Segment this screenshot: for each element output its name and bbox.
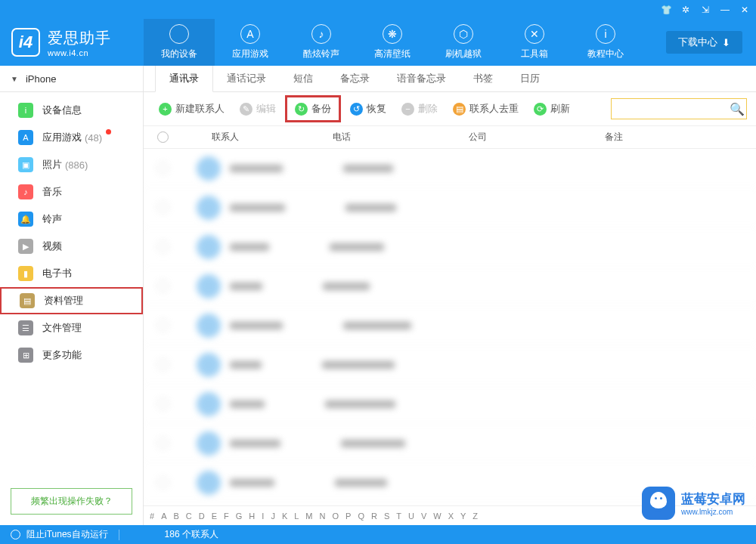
toolbar-icon: ▤ (453, 103, 466, 116)
device-selector[interactable]: ▼ iPhone (0, 66, 143, 92)
tab-语音备忘录[interactable]: 语音备忘录 (383, 66, 460, 91)
nav-icon: ♪ (311, 24, 331, 44)
sidebar-item-文件管理[interactable]: ☰文件管理 (0, 314, 143, 342)
close-icon[interactable]: ✕ (739, 5, 750, 15)
alpha-I[interactable]: I (262, 512, 264, 521)
toolbar-新建联系人[interactable]: +新建联系人 (153, 99, 231, 119)
stop-itunes-label[interactable]: 阻止iTunes自动运行 (26, 528, 108, 541)
alpha-M[interactable]: M (305, 512, 312, 521)
row-checkbox[interactable] (157, 162, 169, 174)
sidebar-item-铃声[interactable]: 🔔铃声 (0, 206, 143, 233)
col-phone[interactable]: 电话 (333, 131, 469, 144)
row-checkbox[interactable] (157, 202, 169, 213)
col-company[interactable]: 公司 (469, 131, 605, 144)
sidebar-item-照片[interactable]: ▣照片(886) (0, 151, 143, 178)
toolbar-联系人去重[interactable]: ▤联系人去重 (447, 99, 525, 119)
stop-itunes-icon[interactable] (11, 530, 20, 539)
search-box[interactable]: 🔍 (611, 98, 747, 119)
alpha-P[interactable]: P (345, 512, 351, 521)
tab-通话记录[interactable]: 通话记录 (213, 66, 280, 91)
alpha-O[interactable]: O (332, 512, 339, 521)
nav-刷机越狱[interactable]: ⬡刷机越狱 (428, 19, 499, 66)
alpha-E[interactable]: E (212, 512, 217, 521)
search-input[interactable] (616, 104, 730, 114)
nav-高清壁纸[interactable]: ❋高清壁纸 (357, 19, 428, 66)
alpha-T[interactable]: T (396, 512, 401, 521)
alpha-L[interactable]: L (294, 512, 299, 521)
sidebar-item-资料管理[interactable]: ▤资料管理 (0, 287, 143, 314)
contact-row[interactable] (144, 149, 756, 188)
col-notes[interactable]: 备注 (605, 131, 756, 144)
alpha-S[interactable]: S (384, 512, 389, 521)
tab-短信[interactable]: 短信 (280, 66, 327, 91)
alpha-Y[interactable]: Y (460, 512, 466, 521)
alpha-Z[interactable]: Z (472, 512, 478, 521)
sidebar-item-更多功能[interactable]: ⊞更多功能 (0, 342, 143, 369)
tab-书签[interactable]: 书签 (460, 66, 507, 91)
alpha-Q[interactable]: Q (358, 512, 364, 521)
alpha-K[interactable]: K (282, 512, 287, 521)
select-all-checkbox[interactable] (157, 131, 169, 143)
contact-row[interactable] (144, 227, 756, 267)
nav-酷炫铃声[interactable]: ♪酷炫铃声 (286, 19, 357, 66)
sidebar-icon: ♪ (18, 184, 33, 199)
alpha-B[interactable]: B (173, 512, 178, 521)
alpha-U[interactable]: U (408, 512, 414, 521)
alpha-W[interactable]: W (433, 512, 441, 521)
gear-icon[interactable]: ✲ (680, 5, 691, 15)
sidebar-item-音乐[interactable]: ♪音乐 (0, 178, 143, 206)
toolbar-刷新[interactable]: ⟳刷新 (528, 99, 576, 119)
nav-工具箱[interactable]: ✕工具箱 (499, 19, 570, 66)
alpha-F[interactable]: F (224, 512, 229, 521)
tab-备忘录[interactable]: 备忘录 (327, 66, 383, 91)
alpha-N[interactable]: N (320, 512, 326, 521)
logo: i4 爱思助手 www.i4.cn (0, 28, 144, 57)
alpha-R[interactable]: R (371, 512, 377, 521)
contact-row[interactable] (144, 188, 756, 227)
avatar (197, 156, 221, 181)
download-center-button[interactable]: 下载中心 ⬇ (666, 31, 742, 54)
nav-icon: i (596, 24, 615, 44)
toolbar: +新建联系人✎编辑↻备份↺恢复−删除▤联系人去重⟳刷新 🔍 (144, 92, 756, 126)
alpha-G[interactable]: G (236, 512, 243, 521)
toolbar-备份[interactable]: ↻备份 (285, 95, 341, 122)
contact-row[interactable] (144, 267, 756, 306)
sidebar-item-设备信息[interactable]: i设备信息 (0, 97, 143, 124)
alpha-D[interactable]: D (199, 512, 205, 521)
nav-教程中心[interactable]: i教程中心 (570, 19, 641, 66)
row-checkbox[interactable] (157, 477, 169, 488)
contact-row[interactable] (144, 385, 756, 424)
shirt-icon[interactable]: 👕 (661, 5, 671, 15)
nav-应用游戏[interactable]: A应用游戏 (215, 19, 286, 66)
row-checkbox[interactable] (157, 398, 169, 410)
contact-row[interactable] (144, 345, 756, 385)
row-checkbox[interactable] (157, 359, 169, 370)
contact-row[interactable] (144, 424, 756, 463)
col-name[interactable]: 联系人 (181, 131, 333, 144)
tab-通讯录[interactable]: 通讯录 (155, 66, 213, 92)
row-checkbox[interactable] (157, 320, 169, 331)
alpha-#[interactable]: # (150, 512, 154, 521)
alpha-X[interactable]: X (448, 512, 454, 521)
sidebar-item-电子书[interactable]: ▮电子书 (0, 260, 143, 287)
help-link[interactable]: 频繁出现操作失败？ (11, 488, 132, 515)
toolbar-icon: ✎ (240, 103, 253, 116)
pin-icon[interactable]: ⇲ (700, 5, 711, 15)
toolbar-恢复[interactable]: ↺恢复 (344, 99, 392, 119)
sidebar-item-视频[interactable]: ▶视频 (0, 233, 143, 260)
alpha-V[interactable]: V (421, 512, 426, 521)
search-icon[interactable]: 🔍 (730, 102, 745, 116)
contact-row[interactable] (144, 306, 756, 345)
alpha-J[interactable]: J (271, 512, 275, 521)
alpha-C[interactable]: C (186, 512, 192, 521)
alpha-A[interactable]: A (161, 512, 166, 521)
sidebar-item-应用游戏[interactable]: A应用游戏(48) (0, 124, 143, 151)
sidebar-icon: A (18, 130, 33, 145)
row-checkbox[interactable] (157, 241, 169, 252)
minimize-icon[interactable]: — (720, 5, 730, 15)
nav-我的设备[interactable]: 我的设备 (144, 19, 215, 66)
row-checkbox[interactable] (157, 437, 169, 449)
tab-日历[interactable]: 日历 (507, 66, 553, 91)
row-checkbox[interactable] (157, 280, 169, 292)
alpha-H[interactable]: H (249, 512, 255, 521)
